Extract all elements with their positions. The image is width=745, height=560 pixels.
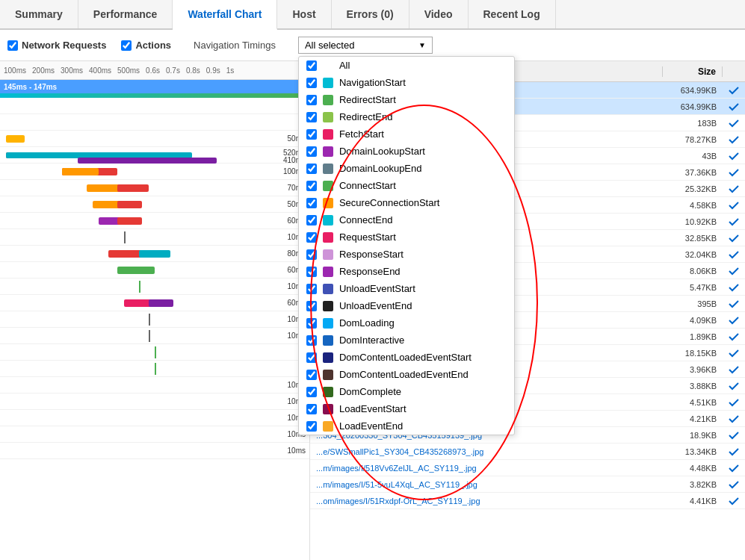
dropdown-item-label: NavigationStart (339, 77, 406, 88)
dropdown-item-label: ResponseStart (339, 249, 404, 260)
dropdown-item-checkbox[interactable] (306, 284, 317, 294)
dropdown-item[interactable]: RequestStart (299, 228, 514, 246)
tab-errors[interactable]: Errors (0) (332, 0, 409, 28)
dropdown-item-checkbox[interactable] (306, 78, 317, 88)
waterfall-row: 100ms (0, 164, 309, 180)
dropdown-item-checkbox[interactable] (306, 215, 317, 225)
marker-500: 500ms (117, 66, 140, 75)
dropdown-item[interactable]: DomLoading (299, 314, 514, 332)
waterfall-row: 70ms (0, 180, 309, 196)
waterfall-row: 10ms (0, 393, 309, 410)
dropdown-item-label: ResponseEnd (339, 266, 401, 277)
chart-icon (723, 183, 745, 195)
dropdown-item[interactable]: NavigationStart (299, 74, 514, 91)
waterfall-row: 10ms (0, 443, 309, 459)
dropdown-item[interactable]: DomContentLoadedEventStart (299, 349, 514, 366)
dropdown-item[interactable]: DomContentLoadedEventEnd (299, 366, 514, 383)
dropdown-item[interactable]: LoadEventEnd (299, 417, 514, 435)
dropdown-item[interactable]: RedirectStart (299, 91, 514, 108)
bar-label: 10ms (288, 447, 306, 455)
cell-size: 3.96KB (663, 365, 723, 374)
dropdown-item-checkbox[interactable] (306, 129, 317, 140)
dropdown-item[interactable]: ConnectStart (299, 177, 514, 194)
dropdown-item-checkbox[interactable] (306, 301, 317, 311)
marker-1s: 1s (226, 66, 235, 75)
dropdown-item-checkbox[interactable] (306, 249, 317, 260)
bar-container: 60ms (0, 262, 309, 278)
cell-size: 10.92KB (663, 217, 723, 226)
dropdown-item-checkbox[interactable] (306, 164, 317, 174)
waterfall-row: 10ms (0, 410, 309, 426)
chart-icon (723, 331, 745, 343)
table-row[interactable]: ...om/images/I/51Rxdpf-OrL_AC_SY119_.jpg… (310, 493, 745, 509)
dropdown-item[interactable]: LoadEventStart (299, 400, 514, 417)
color-swatch (323, 129, 333, 140)
dropdown-item-checkbox[interactable] (306, 404, 317, 414)
dropdown-item-checkbox[interactable] (306, 232, 317, 243)
dropdown-item-checkbox[interactable] (306, 335, 317, 346)
waterfall-row: 80ms (0, 246, 309, 262)
dropdown-item[interactable]: DomainLookupEnd (299, 160, 514, 177)
tab-video[interactable]: Video (409, 0, 469, 28)
timing-bar (117, 184, 148, 192)
dropdown-item-checkbox[interactable] (306, 198, 317, 208)
dropdown-item[interactable]: UnloadEventStart (299, 280, 514, 297)
tab-waterfall[interactable]: Waterfall Chart (173, 0, 277, 30)
dropdown-item[interactable]: DomComplete (299, 383, 514, 400)
dropdown-item[interactable]: ConnectEnd (299, 211, 514, 228)
dropdown-item-checkbox[interactable] (306, 387, 317, 397)
tab-performance[interactable]: Performance (78, 0, 173, 28)
dropdown-item-checkbox[interactable] (306, 60, 317, 71)
tab-summary[interactable]: Summary (0, 0, 78, 28)
cell-size: 78.27KB (663, 135, 723, 144)
waterfall-row (0, 98, 309, 114)
marker-100: 100ms (4, 66, 26, 75)
dropdown-button[interactable]: All selected ▼ (298, 37, 433, 54)
dropdown-item-checkbox[interactable] (306, 95, 317, 105)
dropdown-item-checkbox[interactable] (306, 267, 317, 277)
table-row[interactable]: ...m/images/I/51-5vuL4XqL_AC_SY119_.jpg3… (310, 476, 745, 493)
dropdown-item-checkbox[interactable] (306, 370, 317, 380)
dropdown-item-label: LoadEventEnd (339, 420, 403, 432)
color-swatch (323, 387, 333, 397)
dropdown-item-checkbox[interactable] (306, 146, 317, 157)
tab-recentlog[interactable]: Recent Log (469, 0, 556, 28)
timing-indicator (139, 281, 140, 293)
dropdown-item-checkbox[interactable] (306, 318, 317, 329)
dropdown-item-label: DomInteractive (339, 335, 404, 346)
chart-icon (723, 495, 745, 507)
dropdown-item-checkbox[interactable] (306, 112, 317, 122)
dropdown-item[interactable]: FetchStart (299, 125, 514, 143)
dropdown-item[interactable]: ResponseEnd (299, 263, 514, 280)
dropdown-item[interactable]: SecureConnectionStart (299, 194, 514, 211)
tab-host[interactable]: Host (277, 0, 331, 28)
dropdown-menu: AllNavigationStartRedirectStartRedirectE… (298, 56, 515, 435)
dropdown-item[interactable]: DomInteractive (299, 332, 514, 349)
timing-bar (78, 158, 217, 164)
dropdown-item[interactable]: DomainLookupStart (299, 143, 514, 160)
nav-timings-dropdown[interactable]: All selected ▼ AllNavigationStartRedirec… (298, 37, 433, 54)
table-row[interactable]: ...m/images/I/518Vv6ZelJL_AC_SY119_.jpg4… (310, 460, 745, 476)
network-requests-checkbox[interactable] (7, 40, 18, 51)
dropdown-item-checkbox[interactable] (306, 421, 317, 432)
actions-checkbox[interactable] (121, 40, 132, 51)
dropdown-item-checkbox[interactable] (306, 352, 317, 363)
color-swatch (323, 95, 333, 105)
bar-container: 70ms (0, 180, 309, 196)
table-row[interactable]: ...e/SWSmallPic1_SY304_CB435268973_.jpg1… (310, 444, 745, 460)
waterfall-row: 10ms (0, 377, 309, 393)
chart-icon (723, 446, 745, 458)
top-navigation: Summary Performance Waterfall Chart Host… (0, 0, 745, 30)
dropdown-item[interactable]: All (299, 57, 514, 74)
dropdown-item[interactable]: UnloadEventEnd (299, 297, 514, 314)
color-swatch (323, 198, 333, 208)
dropdown-item-checkbox[interactable] (306, 181, 317, 191)
waterfall-rows: 50ms 520ms 410ms 100ms (0, 98, 309, 559)
dropdown-item[interactable]: RedirectEnd (299, 108, 514, 125)
color-swatch (323, 146, 333, 157)
timing-bar (117, 267, 155, 274)
dropdown-item-label: LoadEventStart (339, 403, 406, 414)
waterfall-row: 0 (0, 344, 309, 361)
dropdown-item[interactable]: ResponseStart (299, 246, 514, 263)
timing-bar (62, 168, 99, 175)
